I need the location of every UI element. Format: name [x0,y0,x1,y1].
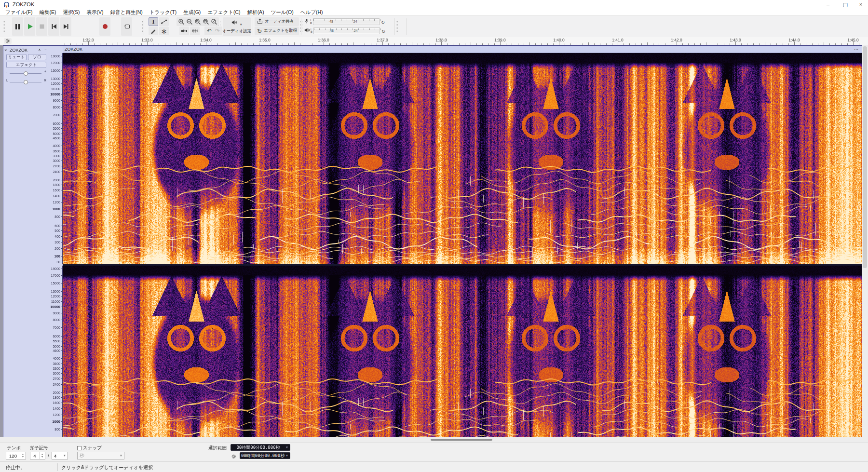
spectrogram-channel-2[interactable] [63,266,862,437]
gain-slider-thumb[interactable] [24,71,28,76]
toolbar-grip[interactable] [2,19,5,34]
envelope-button[interactable] [159,17,169,26]
freq-label-12000: 12000 [51,82,60,85]
menu-item-1[interactable]: 編集(E) [36,9,59,15]
share-audio-button[interactable]: オーディオ共有 [255,17,299,26]
skip-to-end-button[interactable] [60,17,71,36]
freq-label-100: 100 [54,254,60,258]
clip-menu-icon[interactable]: ⋯ [854,47,858,52]
menu-item-6[interactable]: 生成(G) [180,9,204,15]
multi-button[interactable]: ∗ [159,27,169,35]
playback-meter[interactable]: LR-48-24↻ [304,27,393,35]
skip-to-start-button[interactable] [48,17,59,36]
pause-button[interactable] [12,17,23,36]
menu-item-5[interactable]: トラック(T) [146,9,180,15]
frequency-ruler-ch2[interactable]: 1900017000150001300012000110001000090008… [49,266,63,437]
track-menu-icon[interactable]: ⋯ [42,48,48,52]
freq-tick [61,368,62,369]
selection-button[interactable]: I [149,17,158,26]
meter-options-icon[interactable]: ↻ [381,17,385,26]
vertical-scrollbar-thumb[interactable] [863,46,867,268]
silence-selection-button[interactable] [190,27,200,35]
time-signature-lower-select[interactable]: 4▼ [52,452,68,459]
redo-button[interactable]: ↷ [213,27,222,35]
track-collapse-icon[interactable]: ∧ [37,48,42,52]
menu-item-4[interactable]: 録音と再生(N) [107,9,146,15]
freq-tick [61,94,62,94]
loop-button[interactable] [121,17,132,36]
menu-item-9[interactable]: ツール(O) [268,9,297,15]
spectrogram-channel-1[interactable] [63,53,862,264]
time-signature-upper-spinner[interactable]: 4 ▲▼ [30,452,45,459]
spectrogram-canvas-2[interactable] [63,266,862,437]
track-name[interactable]: ZOKZOK [10,48,37,53]
draw-button[interactable] [149,27,158,35]
freq-label-1000: 1000 [52,419,60,424]
timeline-label-2: 1:34.0 [200,38,212,42]
vertical-scrollbar[interactable] [862,45,868,437]
freq-tick [61,320,62,320]
mute-button[interactable]: ミュート [6,54,27,60]
zoom-toggle-button[interactable] [209,17,219,26]
menu-item-8[interactable]: 解析(A) [244,9,268,15]
timeline-label-6: 1:38.0 [435,38,447,42]
freq-label-1000: 1000 [52,207,60,211]
freq-tick [61,242,62,243]
freq-label-2000: 2000 [53,391,60,394]
selection-start-field[interactable]: 00時間00分00.000秒▼ [231,444,290,451]
timeline-label-4: 1:36.0 [318,38,329,42]
effects-button[interactable]: エフェクト [6,62,46,68]
freq-label-4000: 4000 [53,144,60,147]
freq-tick [61,408,62,409]
snap-checkbox[interactable] [77,446,81,450]
tempo-spinner[interactable]: 120 ▲▼ [6,452,26,459]
freq-tick [61,56,62,56]
horizontal-scrollbar-thumb[interactable] [431,439,492,441]
menu-item-7[interactable]: エフェクト(C) [204,9,244,15]
spectrogram-canvas-1[interactable] [63,53,862,264]
menu-item-0[interactable]: ファイル(F) [2,9,36,15]
freq-label-9000: 9000 [53,311,60,315]
frequency-ruler-ch1[interactable]: 1900017000150001300012000110001000090008… [49,53,63,264]
record-button[interactable] [99,17,110,36]
freq-label-13000: 13000 [51,290,60,293]
play-button[interactable] [24,17,35,36]
time-signature-upper-arrows[interactable]: ▲▼ [39,452,45,459]
freq-tick [61,138,62,138]
share-icon [257,17,263,26]
timeline-label-9: 1:41.0 [612,38,624,42]
freq-label-3600: 3600 [53,149,60,153]
menu-item-3[interactable]: 表示(V) [83,9,107,15]
meter-options-icon[interactable]: ↻ [381,27,385,35]
freq-label-5500: 5500 [53,339,60,342]
close-button[interactable]: × [853,0,868,9]
timeline-ruler[interactable]: 1:32.01:33.01:34.01:35.01:36.01:37.01:38… [0,37,868,45]
freq-label-2700: 2700 [53,377,60,380]
solo-button[interactable]: ソロ [28,54,46,60]
freq-label-12000: 12000 [51,295,60,298]
maximize-button[interactable]: ▢ [837,0,854,9]
menu-item-2[interactable]: 選択(S) [59,9,83,15]
selection-range-label: 選択範囲 [208,445,227,451]
freq-label-1400: 1400 [53,194,60,197]
selection-end-field[interactable]: 00時間00分00.000秒▼ [240,452,290,459]
minimize-button[interactable]: – [820,0,836,9]
timeline-options-gear-icon[interactable] [4,38,12,44]
pan-slider-thumb[interactable] [24,80,28,84]
freq-tick [61,336,62,337]
menu-item-10[interactable]: ヘルプ(H) [297,9,326,15]
trim-outside-selection-button[interactable] [179,27,189,35]
selection-options-gear-icon[interactable] [231,453,237,461]
get-effects-button[interactable]: ↻エフェクトを取得 [255,27,299,35]
stop-button[interactable] [36,17,47,36]
track-close-icon[interactable]: × [4,48,10,53]
freq-tick [61,230,62,231]
clip-title-strip[interactable]: ZOKZOK ⋯ [63,46,862,53]
tempo-spinner-arrows[interactable]: ▲▼ [20,452,26,459]
horizontal-scrollbar[interactable] [0,437,868,443]
audio-setup-button[interactable]: ▼オーディオ設定 [223,17,251,36]
freq-label-19000: 19000 [51,267,60,270]
snap-unit-select[interactable]: 秒▼ [77,452,124,459]
toolbar-grip[interactable] [395,19,398,34]
recording-meter[interactable]: LR-48-24↻ [304,17,393,26]
